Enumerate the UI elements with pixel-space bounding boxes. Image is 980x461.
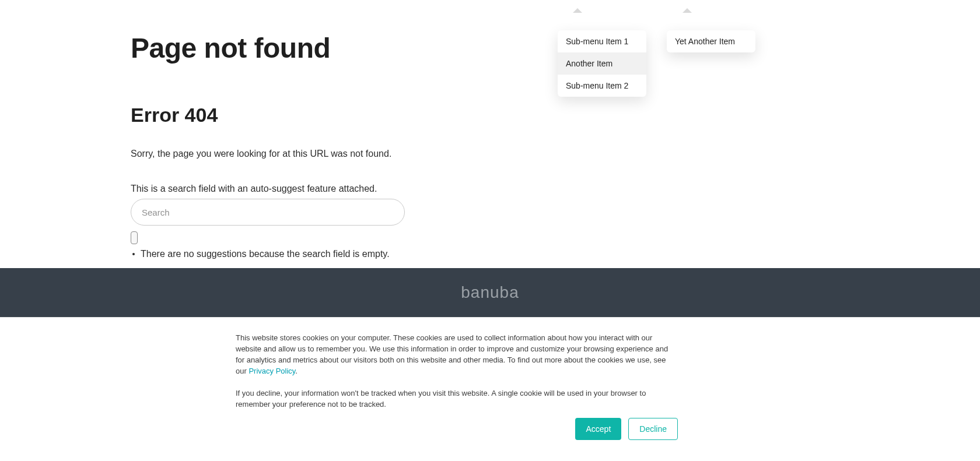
chevron-up-icon bbox=[682, 8, 692, 13]
error-message: Sorry, the page you were looking for at … bbox=[131, 149, 551, 159]
menu1-item-1[interactable]: Another Item bbox=[558, 52, 646, 75]
privacy-policy-link[interactable]: Privacy Policy bbox=[249, 367, 295, 375]
search-input[interactable] bbox=[131, 199, 405, 226]
cookie-banner: This website stores cookies on your comp… bbox=[0, 317, 980, 461]
menu1-item-0[interactable]: Sub-menu Item 1 bbox=[558, 30, 646, 52]
menu2-item-0[interactable]: Yet Another Item bbox=[667, 30, 755, 52]
cookie-text-1: This website stores cookies on your comp… bbox=[236, 333, 678, 376]
brand-logo: banuba bbox=[461, 283, 519, 302]
page-title: Page not found bbox=[131, 32, 551, 64]
search-submit-button[interactable] bbox=[131, 231, 138, 244]
cookie-text-1-pre: This website stores cookies on your comp… bbox=[236, 333, 668, 375]
menu1-item-2[interactable]: Sub-menu Item 2 bbox=[558, 75, 646, 97]
dropdown-menu-1: Sub-menu Item 1 Another Item Sub-menu It… bbox=[558, 30, 646, 97]
accept-button[interactable]: Accept bbox=[575, 418, 621, 440]
footer: banuba bbox=[0, 268, 980, 317]
error-code-heading: Error 404 bbox=[131, 104, 551, 126]
empty-suggestion-text: There are no suggestions because the sea… bbox=[141, 249, 390, 259]
search-label: This is a search field with an auto-sugg… bbox=[131, 184, 551, 194]
decline-button[interactable]: Decline bbox=[628, 418, 678, 440]
cookie-text-2: If you decline, your information won't b… bbox=[236, 388, 678, 410]
dropdown-menu-2: Yet Another Item bbox=[667, 30, 755, 52]
bullet-icon bbox=[132, 253, 135, 255]
cookie-text-1-post: . bbox=[295, 367, 298, 375]
chevron-up-icon bbox=[573, 8, 582, 13]
